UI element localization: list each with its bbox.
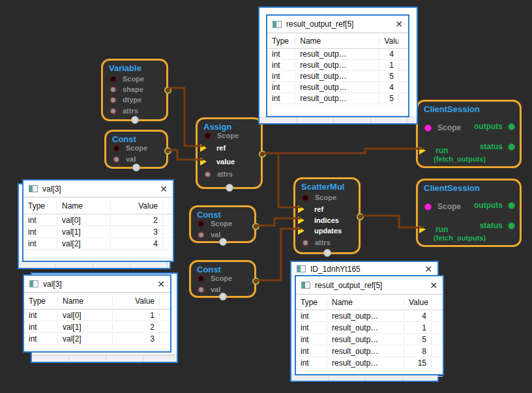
status-port[interactable]	[508, 222, 515, 229]
port-row: attrs	[110, 106, 138, 115]
cell-name: result_outp…	[327, 358, 404, 368]
node-clientsession-1[interactable]: ClientSession Scope outputs run (fetch_o…	[416, 100, 522, 168]
table-row[interactable]: int result_outp… 4	[267, 82, 408, 93]
close-icon[interactable]: ✕	[424, 265, 432, 274]
table-row[interactable]: int val[1] 3	[23, 226, 173, 238]
port-row: outputs	[474, 122, 515, 131]
window-titlebar[interactable]: result_output_ref[5] ✕	[267, 16, 408, 33]
window-titlebar[interactable]: ID_1dnhYt165 ✕	[291, 262, 437, 276]
port-row: indices	[302, 216, 339, 225]
window-titlebar[interactable]: val[3] ✕	[23, 181, 173, 197]
attrs-port[interactable]	[110, 108, 117, 115]
attrs-port[interactable]	[204, 171, 211, 178]
scope-port[interactable]	[113, 145, 120, 152]
cell-value: 5	[379, 94, 399, 103]
col-type[interactable]: Type	[267, 36, 295, 46]
col-type[interactable]: Type	[23, 201, 57, 211]
port-row: attrs	[302, 238, 331, 247]
outputs-port[interactable]	[508, 123, 515, 130]
val-port[interactable]	[198, 286, 205, 293]
window-titlebar[interactable]: val[3] ✕	[24, 276, 170, 293]
cell-type: int	[24, 323, 58, 332]
window-val-b[interactable]: val[3] ✕ Type Name Value int val[0] 1 in…	[23, 274, 171, 353]
window-result-bottom[interactable]: result_output_ref[5] ✕ Type Name Value i…	[295, 275, 444, 375]
close-icon[interactable]: ✕	[157, 280, 165, 289]
val-port[interactable]	[198, 231, 205, 239]
table-row[interactable]: int result_outp… 4	[296, 310, 443, 322]
port-row: run	[423, 225, 448, 234]
table-row[interactable]: int val[2] 3	[24, 333, 170, 345]
scope-port[interactable]	[198, 275, 205, 282]
table-row[interactable]: int result_outp… 5	[267, 93, 408, 104]
table-row[interactable]: int result_outp… 15	[296, 357, 443, 369]
table-row[interactable]: int result_outp… 1	[296, 322, 443, 334]
col-type[interactable]: Type	[296, 298, 327, 307]
col-name[interactable]: Name	[58, 297, 113, 306]
node-const-1[interactable]: Const Scope val	[104, 130, 168, 169]
node-title: ScatterMul	[301, 182, 344, 192]
table-header: Type Name Value	[23, 197, 173, 214]
scope-port[interactable]	[204, 132, 211, 139]
col-type[interactable]: Type	[24, 297, 58, 306]
node-const-3[interactable]: Const Scope val	[189, 260, 256, 298]
col-name[interactable]: Name	[295, 36, 379, 46]
table-window-icon	[29, 185, 38, 192]
col-value[interactable]: Value	[111, 201, 163, 211]
port-row: shape	[110, 85, 143, 94]
port-row: val	[198, 230, 220, 239]
cell-type: int	[296, 323, 327, 332]
col-value[interactable]: Value	[379, 36, 399, 46]
dtype-port[interactable]	[110, 96, 117, 104]
scope-port[interactable]	[198, 220, 205, 227]
port-sublabel: (fetch_outputs)	[434, 155, 486, 163]
table-row[interactable]: int val[2] 4	[23, 238, 173, 250]
scope-port[interactable]	[424, 203, 432, 211]
scope-port[interactable]	[424, 124, 432, 132]
window-titlebar[interactable]: result_output_ref[5] ✕	[296, 276, 443, 295]
col-name[interactable]: Name	[327, 298, 404, 307]
attrs-port[interactable]	[302, 239, 309, 246]
outputs-port[interactable]	[508, 202, 515, 209]
horizontal-scrollbar[interactable]	[19, 261, 170, 268]
close-icon[interactable]: ✕	[395, 20, 403, 29]
node-scattermul[interactable]: ScatterMul Scope ref indices updates att…	[293, 177, 361, 254]
scope-port[interactable]	[110, 76, 117, 83]
close-icon[interactable]: ✕	[160, 184, 168, 194]
port-row: Scope	[204, 131, 239, 140]
wire-assign-to-client1-run[interactable]	[263, 149, 424, 153]
table-row[interactable]: int result_outp… 4	[267, 49, 408, 60]
window-result-top[interactable]: result_output_ref[5] ✕ Type Name Value i…	[266, 14, 409, 117]
table-row[interactable]: int val[1] 2	[24, 321, 170, 333]
table-row[interactable]: int result_outp… 1	[267, 60, 408, 71]
node-variable[interactable]: Variable Scope shape dtype attrs	[101, 59, 168, 121]
col-value[interactable]: Value	[404, 298, 432, 307]
close-icon[interactable]: ✕	[430, 281, 437, 290]
col-name[interactable]: Name	[57, 201, 111, 211]
horizontal-scrollbar[interactable]	[32, 355, 177, 362]
wire-scattermul-to-client2-run[interactable]	[361, 216, 424, 227]
port-label: updates	[314, 227, 342, 235]
cell-value: 3	[111, 227, 163, 237]
table-row[interactable]: int result_outp… 5	[267, 71, 408, 82]
table-row[interactable]: int result_outp… 8	[296, 345, 443, 357]
table-row-empty	[23, 250, 173, 259]
node-clientsession-2[interactable]: ClientSession Scope outputs run (fetch_o…	[416, 179, 522, 247]
col-value[interactable]: Value	[113, 297, 160, 306]
val-port[interactable]	[113, 156, 120, 163]
table-row[interactable]: int val[0] 2	[23, 214, 173, 226]
node-graph-canvas[interactable]: Variable Scope shape dtype attrs Const S…	[0, 0, 532, 393]
node-title: Assign	[203, 122, 231, 132]
window-val-a[interactable]: val[3] ✕ Type Name Value int val[0] 2 in…	[22, 179, 174, 262]
status-port[interactable]	[508, 143, 515, 151]
port-sublabel: (fetch_outputs)	[434, 234, 486, 242]
node-state-dot	[132, 164, 140, 171]
cell-name: result_outp…	[295, 94, 379, 103]
node-const-2[interactable]: Const Scope val	[189, 205, 256, 243]
node-assign[interactable]: Assign Scope ref value attrs	[196, 117, 263, 189]
port-label: ref	[216, 144, 226, 152]
shape-port[interactable]	[110, 86, 117, 93]
table-row[interactable]: int result_outp… 5	[296, 334, 443, 345]
horizontal-scrollbar[interactable]	[259, 117, 417, 123]
table-row[interactable]: int val[0] 1	[24, 310, 170, 321]
scope-port[interactable]	[302, 194, 309, 201]
